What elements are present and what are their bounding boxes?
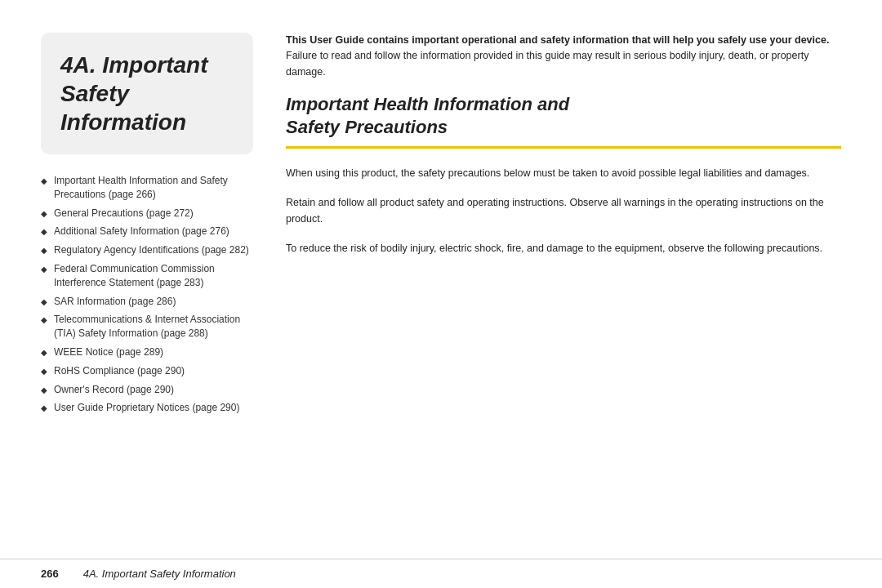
toc-item: ◆Federal Communication Commission Interf… [41,262,253,290]
toc-bullet-icon: ◆ [41,385,47,396]
toc-item-label: SAR Information (page 286) [54,295,176,309]
intro-bold: This User Guide contains important opera… [286,34,829,46]
page-container: 4A. Important Safety Information ◆Import… [0,0,882,588]
toc-item-label: RoHS Compliance (page 290) [54,364,185,378]
toc-bullet-icon: ◆ [41,176,47,187]
main-content: 4A. Important Safety Information ◆Import… [0,0,882,559]
toc-item-label: User Guide Proprietary Notices (page 290… [54,401,239,415]
toc-bullet-icon: ◆ [41,208,47,220]
table-of-contents: ◆Important Health Information and Safety… [41,174,253,415]
toc-item-label: Additional Safety Information (page 276) [54,225,229,238]
toc-bullet-icon: ◆ [41,264,47,275]
toc-item: ◆Regulatory Agency Identifications (page… [41,243,253,257]
intro-normal: Failure to read and follow the informati… [286,50,808,77]
toc-item-label: Important Health Information and Safety … [54,174,253,202]
toc-item-label: Telecommunications & Internet Associatio… [54,313,253,341]
chapter-title-line1: 4A. Important Safety [60,52,207,106]
intro-paragraph: This User Guide contains important opera… [286,33,841,80]
chapter-title-line2: Information [60,109,186,135]
left-column: 4A. Important Safety Information ◆Import… [41,33,253,542]
footer-page-number: 266 [41,568,59,580]
section-paragraph2: Retain and follow all product safety and… [286,194,841,227]
footer-chapter-title: 4A. Important Safety Information [83,568,236,580]
toc-item: ◆General Precautions (page 272) [41,207,253,220]
toc-bullet-icon: ◆ [41,403,47,414]
toc-item: ◆Additional Safety Information (page 276… [41,225,253,238]
toc-item-label: Federal Communication Commission Interfe… [54,262,253,290]
section-paragraph1: When using this product, the safety prec… [286,165,841,181]
toc-item-label: General Precautions (page 272) [54,207,194,220]
toc-item-label: Regulatory Agency Identifications (page … [54,243,249,257]
toc-item: ◆WEEE Notice (page 289) [41,345,253,359]
toc-bullet-icon: ◆ [41,314,47,326]
toc-item: ◆Owner's Record (page 290) [41,383,253,397]
section-header: Important Health Information and Safety … [286,93,841,152]
toc-item-label: Owner's Record (page 290) [54,383,174,397]
chapter-title: 4A. Important Safety Information [60,51,234,136]
toc-bullet-icon: ◆ [41,226,47,238]
toc-item: ◆RoHS Compliance (page 290) [41,364,253,378]
toc-item: ◆SAR Information (page 286) [41,295,253,309]
section-title-line1: Important Health Information and [286,94,569,114]
section-title-line2: Safety Precautions [286,117,448,137]
toc-bullet-icon: ◆ [41,245,47,256]
toc-item: ◆Important Health Information and Safety… [41,174,253,202]
toc-item: ◆User Guide Proprietary Notices (page 29… [41,401,253,415]
toc-bullet-icon: ◆ [41,296,47,308]
toc-bullet-icon: ◆ [41,347,47,359]
right-column: This User Guide contains important opera… [286,33,841,542]
toc-bullet-icon: ◆ [41,366,47,377]
footer: 266 4A. Important Safety Information [0,559,882,588]
section-paragraph3: To reduce the risk of bodily injury, ele… [286,240,841,256]
toc-item: ◆Telecommunications & Internet Associati… [41,313,253,341]
chapter-title-box: 4A. Important Safety Information [41,33,253,154]
section-title: Important Health Information and Safety … [286,93,841,149]
toc-item-label: WEEE Notice (page 289) [54,345,163,359]
